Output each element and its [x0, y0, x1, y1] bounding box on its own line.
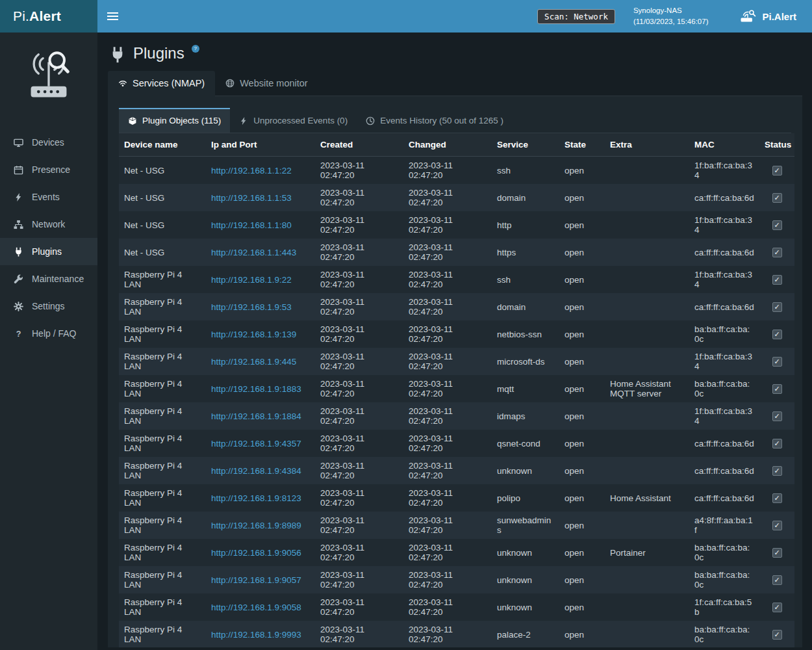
ip-port-link[interactable]: http://192.168.1.9:4357	[211, 439, 301, 448]
calendar-icon	[13, 165, 24, 175]
cell-changed: 2023-03-11 02:47:20	[403, 157, 492, 185]
ip-port-link[interactable]: http://192.168.1.9:1883	[211, 384, 301, 394]
ip-port-link[interactable]: http://192.168.1.9:9058	[211, 603, 301, 612]
ip-port-link[interactable]: http://192.168.1.1:22	[211, 166, 292, 176]
table-row: Net - USG http://192.168.1.1:53 2023-03-…	[119, 184, 794, 211]
sidebar-logo-header[interactable]: Pi.Alert	[0, 0, 97, 32]
sidebar-item[interactable]: Devices	[0, 129, 97, 156]
status-checkbox[interactable]	[772, 166, 782, 176]
ip-port-link[interactable]: http://192.168.1.9:445	[211, 357, 296, 367]
sidebar-item[interactable]: Maintenance	[0, 265, 97, 292]
tab[interactable]: Services (NMAP)	[108, 71, 215, 96]
status-checkbox[interactable]	[772, 302, 782, 312]
ip-port-link[interactable]: http://192.168.1.1:443	[211, 248, 296, 257]
column-header[interactable]: Extra	[605, 133, 689, 157]
ip-port-link[interactable]: http://192.168.1.9:9057	[211, 575, 301, 585]
cell-extra: Home Assistant MQTT server	[605, 375, 689, 402]
cell-extra	[605, 266, 689, 293]
cell-changed: 2023-03-11 02:47:20	[403, 293, 492, 320]
cell-mac: ca:ff:ff:ca:ba:6d	[689, 293, 759, 320]
cell-state: open	[559, 239, 605, 266]
wrench-icon	[13, 274, 24, 284]
ip-port-link[interactable]: http://192.168.1.9:9993	[211, 630, 301, 640]
help-badge[interactable]: ?	[192, 45, 199, 53]
cell-service: ssh	[492, 266, 559, 293]
cell-state: open	[559, 457, 605, 484]
cell-created: 2023-03-11 02:47:20	[315, 266, 403, 293]
tab[interactable]: Plugin Objects (115)	[119, 108, 230, 133]
ip-port-link[interactable]: http://192.168.1.9:8989	[211, 521, 301, 530]
ip-port-link[interactable]: http://192.168.1.1:80	[211, 220, 292, 230]
status-checkbox[interactable]	[772, 521, 782, 530]
status-checkbox[interactable]	[772, 411, 782, 421]
sidebar-toggle-button[interactable]	[97, 0, 127, 32]
status-checkbox[interactable]	[772, 193, 782, 203]
topbar-brand-link[interactable]: Pi.Alert	[739, 10, 812, 23]
status-checkbox[interactable]	[772, 357, 782, 367]
cell-extra	[605, 402, 689, 430]
ip-port-link[interactable]: http://192.168.1.9:8123	[211, 493, 301, 503]
ip-port-link[interactable]: http://192.168.1.1:53	[211, 193, 292, 203]
ip-port-link[interactable]: http://192.168.1.9:22	[211, 275, 292, 285]
status-checkbox[interactable]	[772, 575, 782, 585]
cell-mac: ca:ff:ff:ca:ba:6d	[689, 184, 759, 211]
column-header[interactable]: Service	[492, 133, 559, 157]
cell-created: 2023-03-11 02:47:20	[315, 320, 403, 348]
status-checkbox[interactable]	[772, 466, 782, 476]
table-row: Net - USG http://192.168.1.1:22 2023-03-…	[119, 157, 794, 185]
cell-changed: 2023-03-11 02:47:20	[403, 593, 492, 621]
ip-port-link[interactable]: http://192.168.1.9:139	[211, 330, 296, 339]
column-header[interactable]: Device name	[119, 133, 206, 157]
cell-state: open	[559, 566, 605, 593]
status-checkbox[interactable]	[772, 248, 782, 257]
cell-state: open	[559, 484, 605, 512]
sidebar-item[interactable]: Settings	[0, 292, 97, 320]
services-panel: Plugin Objects (115) Unprocessed Events …	[108, 96, 802, 647]
column-header[interactable]: Ip and Port	[206, 133, 315, 157]
cell-mac: 1f:ba:ff:ca:ba:34	[689, 348, 759, 375]
tab[interactable]: Website monitor	[215, 71, 318, 96]
cell-service: domain	[492, 184, 559, 211]
column-header[interactable]: State	[559, 133, 605, 157]
status-checkbox[interactable]	[772, 439, 782, 448]
sidebar-item[interactable]: Network	[0, 211, 97, 238]
cell-service: palace-2	[492, 621, 559, 647]
table-row: Raspberry Pi 4 LAN http://192.168.1.9:90…	[119, 566, 794, 593]
status-checkbox[interactable]	[772, 630, 782, 640]
status-checkbox[interactable]	[772, 603, 782, 612]
ip-port-link[interactable]: http://192.168.1.9:9056	[211, 548, 301, 558]
cell-state: open	[559, 402, 605, 430]
cell-changed: 2023-03-11 02:47:20	[403, 348, 492, 375]
host-timestamp: (11/03/2023, 15:46:07)	[633, 16, 709, 27]
status-checkbox[interactable]	[772, 548, 782, 558]
sidebar-item[interactable]: Events	[0, 183, 97, 211]
tab[interactable]: Unprocessed Events (0)	[230, 108, 357, 133]
ip-port-link[interactable]: http://192.168.1.9:1884	[211, 411, 301, 421]
sidebar-item[interactable]: ? Help / FAQ	[0, 320, 97, 347]
top-navbar: Scan: Network Synology-NAS (11/03/2023, …	[97, 0, 812, 32]
status-checkbox[interactable]	[772, 275, 782, 285]
bolt-icon	[13, 192, 24, 202]
column-header[interactable]: Created	[315, 133, 403, 157]
cell-changed: 2023-03-11 02:47:20	[403, 621, 492, 647]
tab[interactable]: Events History (50 out of 1265 )	[357, 108, 513, 133]
cell-device-name: Raspberry Pi 4 LAN	[119, 348, 206, 375]
column-header[interactable]: MAC	[689, 133, 759, 157]
column-header[interactable]: Changed	[403, 133, 492, 157]
cell-changed: 2023-03-11 02:47:20	[403, 484, 492, 512]
sidebar-item[interactable]: Presence	[0, 156, 97, 183]
cell-state: open	[559, 621, 605, 647]
status-checkbox[interactable]	[772, 384, 782, 394]
cell-created: 2023-03-11 02:47:20	[315, 430, 403, 457]
cell-extra	[605, 593, 689, 621]
ip-port-link[interactable]: http://192.168.1.9:53	[211, 302, 292, 312]
status-checkbox[interactable]	[772, 220, 782, 230]
status-checkbox[interactable]	[772, 493, 782, 503]
cell-service: polipo	[492, 484, 559, 512]
sidebar-item[interactable]: Plugins	[0, 238, 97, 265]
cell-mac: ba:ba:ff:ca:ba:0c	[689, 375, 759, 402]
clock-icon	[366, 116, 375, 125]
column-header[interactable]: Status	[759, 133, 794, 157]
status-checkbox[interactable]	[772, 330, 782, 339]
ip-port-link[interactable]: http://192.168.1.9:4384	[211, 466, 301, 476]
